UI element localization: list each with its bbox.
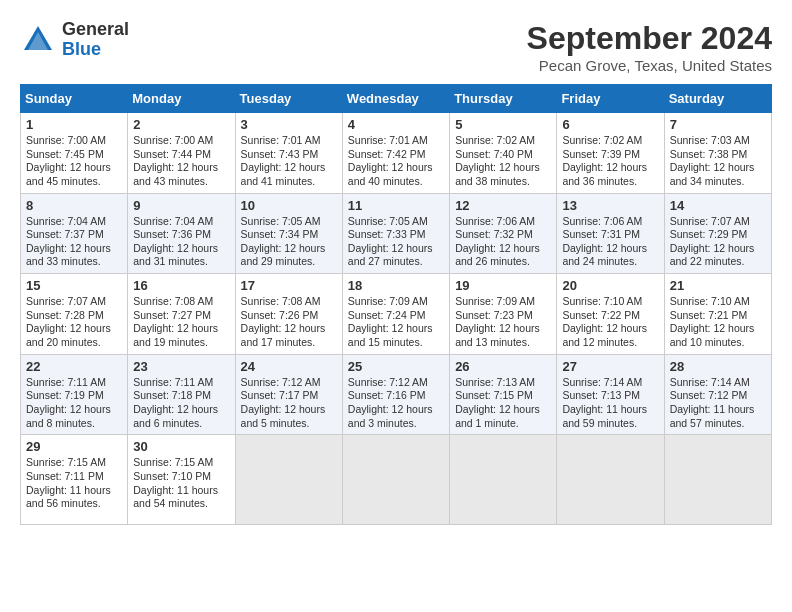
day-info-line: Sunrise: 7:11 AM [133,376,229,390]
day-info-line: Sunrise: 7:04 AM [26,215,122,229]
day-number: 29 [26,439,122,454]
day-info-line: Daylight: 12 hours [241,161,337,175]
day-number: 28 [670,359,766,374]
day-info-line: Sunrise: 7:03 AM [670,134,766,148]
day-info-line: Sunrise: 7:07 AM [670,215,766,229]
calendar-cell: 3Sunrise: 7:01 AMSunset: 7:43 PMDaylight… [235,113,342,194]
day-info-line: Daylight: 12 hours [670,161,766,175]
day-info-line: Daylight: 12 hours [133,242,229,256]
day-info-line: and 45 minutes. [26,175,122,189]
day-info-line: Sunrise: 7:15 AM [133,456,229,470]
day-info-line: Sunset: 7:34 PM [241,228,337,242]
day-info-line: Sunset: 7:11 PM [26,470,122,484]
day-info-line: Sunset: 7:15 PM [455,389,551,403]
day-number: 6 [562,117,658,132]
calendar-cell: 11Sunrise: 7:05 AMSunset: 7:33 PMDayligh… [342,193,449,274]
calendar-cell: 17Sunrise: 7:08 AMSunset: 7:26 PMDayligh… [235,274,342,355]
day-info-line: Sunrise: 7:04 AM [133,215,229,229]
calendar-table: SundayMondayTuesdayWednesdayThursdayFrid… [20,84,772,525]
calendar-cell: 20Sunrise: 7:10 AMSunset: 7:22 PMDayligh… [557,274,664,355]
calendar-cell: 22Sunrise: 7:11 AMSunset: 7:19 PMDayligh… [21,354,128,435]
day-info-line: and 8 minutes. [26,417,122,431]
day-info-line: Daylight: 12 hours [670,242,766,256]
week-row-1: 1Sunrise: 7:00 AMSunset: 7:45 PMDaylight… [21,113,772,194]
day-info-line: Sunset: 7:16 PM [348,389,444,403]
day-info-line: Sunset: 7:43 PM [241,148,337,162]
day-info-line: Daylight: 11 hours [133,484,229,498]
day-info-line: Sunrise: 7:05 AM [241,215,337,229]
day-info-line: and 20 minutes. [26,336,122,350]
week-row-2: 8Sunrise: 7:04 AMSunset: 7:37 PMDaylight… [21,193,772,274]
day-info-line: Sunset: 7:44 PM [133,148,229,162]
day-number: 14 [670,198,766,213]
day-info-line: Sunset: 7:18 PM [133,389,229,403]
calendar-cell [342,435,449,525]
day-number: 22 [26,359,122,374]
day-info-line: Sunrise: 7:06 AM [562,215,658,229]
day-info-line: Sunset: 7:19 PM [26,389,122,403]
day-info-line: and 43 minutes. [133,175,229,189]
calendar-cell: 9Sunrise: 7:04 AMSunset: 7:36 PMDaylight… [128,193,235,274]
day-info-line: Sunset: 7:26 PM [241,309,337,323]
day-info-line: and 6 minutes. [133,417,229,431]
day-number: 11 [348,198,444,213]
day-number: 18 [348,278,444,293]
day-info-line: Daylight: 12 hours [455,403,551,417]
day-info-line: Sunset: 7:45 PM [26,148,122,162]
day-info-line: Daylight: 12 hours [26,403,122,417]
day-info-line: Daylight: 12 hours [26,242,122,256]
week-row-4: 22Sunrise: 7:11 AMSunset: 7:19 PMDayligh… [21,354,772,435]
day-number: 8 [26,198,122,213]
logo-icon [20,22,56,58]
day-info-line: Daylight: 12 hours [348,242,444,256]
day-info-line: Daylight: 12 hours [241,322,337,336]
day-info-line: Sunset: 7:27 PM [133,309,229,323]
day-number: 27 [562,359,658,374]
weekday-header-row: SundayMondayTuesdayWednesdayThursdayFrid… [21,85,772,113]
weekday-header-saturday: Saturday [664,85,771,113]
day-info-line: Sunrise: 7:08 AM [133,295,229,309]
day-info-line: and 22 minutes. [670,255,766,269]
day-info-line: and 3 minutes. [348,417,444,431]
day-info-line: Daylight: 11 hours [670,403,766,417]
day-info-line: and 29 minutes. [241,255,337,269]
day-info-line: and 27 minutes. [348,255,444,269]
weekday-header-sunday: Sunday [21,85,128,113]
day-info-line: Sunrise: 7:07 AM [26,295,122,309]
calendar-cell: 4Sunrise: 7:01 AMSunset: 7:42 PMDaylight… [342,113,449,194]
header: General Blue September 2024 Pecan Grove,… [20,20,772,74]
day-number: 30 [133,439,229,454]
day-info-line: Sunset: 7:22 PM [562,309,658,323]
day-info-line: Sunset: 7:10 PM [133,470,229,484]
day-number: 24 [241,359,337,374]
day-info-line: Sunset: 7:17 PM [241,389,337,403]
day-info-line: Sunrise: 7:12 AM [348,376,444,390]
day-info-line: Daylight: 12 hours [348,161,444,175]
title-block: September 2024 Pecan Grove, Texas, Unite… [527,20,772,74]
calendar-cell: 21Sunrise: 7:10 AMSunset: 7:21 PMDayligh… [664,274,771,355]
calendar-cell: 7Sunrise: 7:03 AMSunset: 7:38 PMDaylight… [664,113,771,194]
calendar-cell: 23Sunrise: 7:11 AMSunset: 7:18 PMDayligh… [128,354,235,435]
weekday-header-wednesday: Wednesday [342,85,449,113]
day-number: 9 [133,198,229,213]
day-info-line: and 26 minutes. [455,255,551,269]
day-info-line: Daylight: 12 hours [455,161,551,175]
day-info-line: Daylight: 12 hours [348,403,444,417]
day-info-line: Daylight: 12 hours [455,322,551,336]
calendar-cell: 14Sunrise: 7:07 AMSunset: 7:29 PMDayligh… [664,193,771,274]
day-info-line: Daylight: 12 hours [26,161,122,175]
day-info-line: Sunrise: 7:13 AM [455,376,551,390]
day-info-line: Daylight: 12 hours [562,322,658,336]
calendar-cell [664,435,771,525]
logo-general-text: General [62,20,129,40]
day-info-line: Sunset: 7:13 PM [562,389,658,403]
day-number: 15 [26,278,122,293]
day-info-line: Sunrise: 7:02 AM [562,134,658,148]
day-info-line: Daylight: 12 hours [562,242,658,256]
day-info-line: Sunrise: 7:15 AM [26,456,122,470]
day-info-line: Daylight: 11 hours [26,484,122,498]
day-number: 16 [133,278,229,293]
calendar-cell: 15Sunrise: 7:07 AMSunset: 7:28 PMDayligh… [21,274,128,355]
day-number: 19 [455,278,551,293]
logo-text: General Blue [62,20,129,60]
